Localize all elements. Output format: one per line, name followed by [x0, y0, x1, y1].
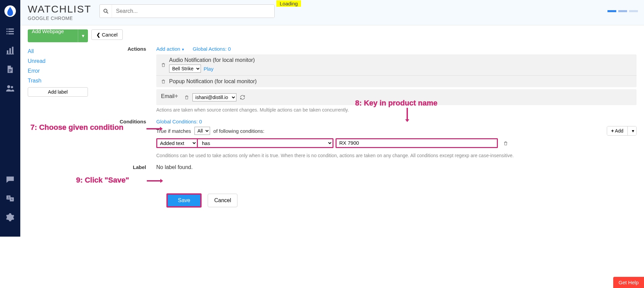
- decorative-stripes: [607, 10, 638, 12]
- match-all-select[interactable]: All: [194, 127, 210, 135]
- svg-text:文: 文: [7, 196, 10, 199]
- chat-icon[interactable]: [5, 175, 15, 184]
- condition-value-input[interactable]: [337, 139, 497, 146]
- sidebar-link-error[interactable]: Error: [28, 68, 80, 74]
- audio-notification-title: Audio Notification (for local monitor): [169, 57, 632, 63]
- sidebar-link-unread[interactable]: Unread: [28, 58, 80, 64]
- of-following-text: of following conditions:: [213, 128, 264, 134]
- conditions-help: Conditions can be used to take actions o…: [156, 153, 637, 158]
- add-label-button[interactable]: Add label: [28, 87, 88, 97]
- add-condition-dropdown[interactable]: ▾: [627, 126, 636, 135]
- main-content: ❮ Cancel Actions Add action▼ Global Acti…: [88, 25, 644, 237]
- search-input[interactable]: [112, 5, 274, 18]
- audio-sound-select[interactable]: Bell Strike: [169, 65, 201, 73]
- svg-marker-23: [160, 127, 163, 131]
- condition-source-select[interactable]: Added text: [157, 139, 198, 147]
- no-label-text: No label found.: [156, 164, 193, 170]
- svg-point-14: [7, 85, 10, 88]
- svg-rect-12: [9, 70, 12, 71]
- svg-rect-3: [6, 31, 7, 32]
- trash-icon[interactable]: [161, 79, 166, 84]
- cancel-top-button[interactable]: ❮ Cancel: [91, 29, 123, 40]
- search-box: [99, 4, 275, 18]
- left-rail: 文A: [0, 0, 20, 237]
- app-logo-icon: [4, 5, 16, 17]
- condition-operator-select[interactable]: has: [198, 139, 332, 147]
- play-link[interactable]: Play: [204, 66, 213, 72]
- header: WATCHLIST GOOGLE CHROME Loading: [20, 0, 644, 25]
- audio-popup-card: Audio Notification (for local monitor) B…: [156, 54, 637, 87]
- svg-marker-25: [405, 119, 409, 122]
- svg-rect-11: [9, 69, 12, 70]
- svg-rect-13: [9, 72, 10, 72]
- svg-rect-6: [8, 33, 14, 34]
- caret-down-icon: ▾: [78, 29, 88, 42]
- svg-rect-4: [8, 31, 14, 32]
- page-title: WATCHLIST: [28, 3, 95, 15]
- plus-icon[interactable]: +: [175, 93, 178, 100]
- label-label: Label: [91, 164, 156, 170]
- sidebar-link-all[interactable]: All: [28, 48, 80, 54]
- email-title: Email: [161, 93, 175, 99]
- email-card: Email + ishani@distill.io: [156, 89, 637, 105]
- cancel-button[interactable]: Cancel: [208, 194, 237, 207]
- condition-row: Added text has: [156, 138, 637, 148]
- svg-marker-27: [160, 179, 163, 183]
- popup-notification-title: Popup Notification (for local monitor): [169, 78, 257, 85]
- actions-help: Actions are taken when source content ch…: [156, 107, 637, 113]
- arrow-7: [146, 126, 163, 131]
- gear-icon[interactable]: [5, 213, 15, 222]
- actions-label: Actions: [91, 46, 156, 113]
- email-select[interactable]: ishani@distill.io: [192, 93, 236, 101]
- svg-point-20: [104, 9, 107, 12]
- svg-point-15: [11, 86, 13, 89]
- global-conditions-link[interactable]: Global Conditions: 0: [156, 119, 202, 124]
- trash-icon[interactable]: [503, 141, 508, 146]
- sidebar-link-trash[interactable]: Trash: [28, 78, 80, 84]
- svg-rect-8: [9, 48, 11, 54]
- refresh-icon[interactable]: [240, 95, 245, 100]
- trash-icon[interactable]: [184, 95, 189, 100]
- add-webpage-button[interactable]: Add Webpage ▾: [28, 29, 88, 42]
- conditions-label: Conditions: [91, 119, 156, 158]
- save-button[interactable]: Save: [166, 193, 202, 208]
- list-icon[interactable]: [5, 27, 15, 36]
- arrow-9: [147, 178, 163, 184]
- search-icon[interactable]: [100, 5, 112, 18]
- svg-line-21: [107, 12, 108, 14]
- trash-icon[interactable]: [161, 62, 166, 68]
- chevron-left-icon: ❮: [96, 32, 100, 38]
- left-sidebar: Add Webpage ▾ All Unread Error Trash Add…: [20, 25, 88, 237]
- svg-rect-1: [6, 28, 7, 29]
- svg-rect-10: [6, 54, 14, 54]
- add-action-link[interactable]: Add action▼: [156, 46, 185, 52]
- translate-icon[interactable]: 文A: [5, 194, 15, 203]
- document-icon[interactable]: [5, 65, 15, 74]
- svg-rect-7: [7, 50, 8, 54]
- add-condition-button[interactable]: + Add: [607, 126, 627, 135]
- svg-rect-9: [12, 47, 13, 54]
- page-subtitle: GOOGLE CHROME: [28, 16, 95, 21]
- arrow-8: [405, 108, 410, 122]
- svg-rect-2: [8, 28, 14, 29]
- users-icon[interactable]: [5, 84, 15, 93]
- global-actions-link[interactable]: Global Actions: 0: [193, 46, 231, 52]
- svg-rect-5: [6, 33, 7, 34]
- loading-badge: Loading: [276, 0, 301, 7]
- chart-icon[interactable]: [5, 46, 15, 55]
